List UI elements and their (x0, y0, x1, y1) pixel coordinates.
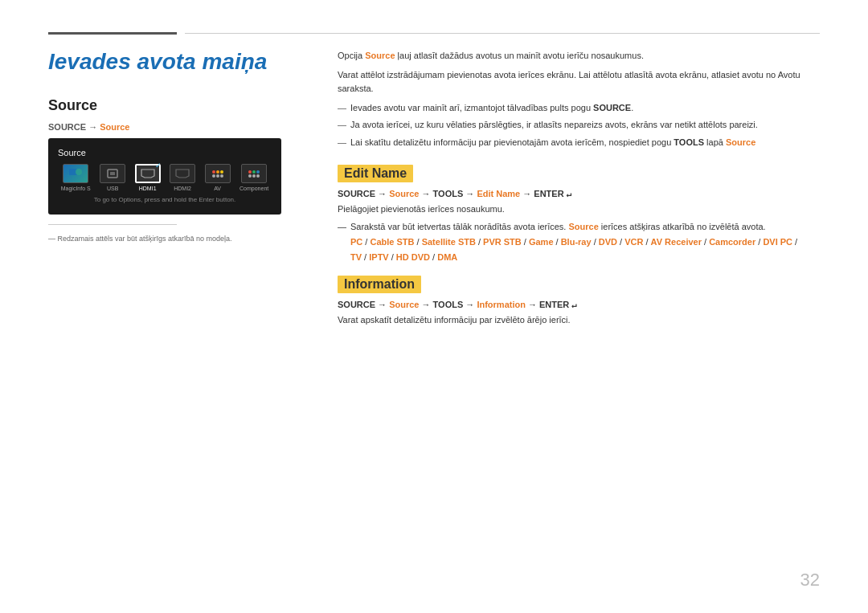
information-desc: Varat apskatīt detalizētu informāciju pa… (338, 313, 820, 328)
svg-rect-4 (110, 172, 115, 175)
footnote: Redzamais attēls var būt atšķirīgs atkar… (48, 235, 305, 243)
page-container: Ievades avota maiņa Source SOURCE → Sour… (0, 0, 868, 613)
right-column: Opcija Source ļauj atlasīt dažādus avotu… (338, 49, 820, 331)
information-heading: Information (338, 276, 421, 293)
top-line-light (185, 33, 820, 34)
device-list: Sarakstā var būt ietvertas tālāk norādīt… (338, 219, 820, 264)
left-column: Ievades avota maiņa Source SOURCE → Sour… (48, 49, 305, 331)
left-divider (48, 224, 177, 225)
icon-label-component: Component (240, 186, 268, 191)
icon-magicinfos (63, 164, 88, 183)
top-line-dark (48, 32, 177, 35)
edit-name-heading: Edit Name (338, 165, 413, 182)
top-lines (48, 32, 820, 35)
icon-label-av: AV (214, 186, 221, 191)
source-icon-hdmi2: HDMI2 (170, 164, 195, 191)
icon-label-hdmi1: HDMI1 (139, 186, 157, 191)
screen-header: Source (56, 148, 273, 157)
icon-label-usb: USB (107, 186, 118, 191)
screen-hint: To go to Options, press and hold the Ent… (56, 196, 273, 203)
source-icons-row: MagicInfo S USB (56, 164, 273, 191)
bullet-2: Ja avota ierīcei, uz kuru vēlaties pārsl… (338, 118, 820, 133)
edit-name-path: SOURCE → Source → TOOLS → Edit Name → EN… (338, 189, 820, 199)
edit-name-desc: Pielāgojiet pievienotās ierīces nosaukum… (338, 202, 820, 217)
source-path: SOURCE → Source (48, 122, 305, 132)
source-icon-av: AV (205, 164, 231, 191)
bullet-3: Lai skatītu detalizētu informāciju par p… (338, 136, 820, 150)
icon-component (241, 164, 267, 183)
source-icon-component: Component (240, 164, 268, 191)
source-icon-hdmi1: ✓ HDMI1 (135, 164, 161, 191)
information-path: SOURCE → Source → TOOLS → Information → … (338, 300, 820, 310)
main-layout: Ievades avota maiņa Source SOURCE → Sour… (48, 49, 820, 331)
source-path-bold: SOURCE (48, 122, 86, 132)
intro-line-1: Opcija Source ļauj atlasīt dažādus avotu… (338, 49, 820, 63)
source-screen: Source MagicInfo S (48, 138, 281, 215)
icon-label-magicinfos: MagicInfo S (61, 186, 91, 191)
icon-label-hdmi2: HDMI2 (174, 186, 191, 191)
icon-av (205, 164, 231, 183)
source-icon-magicinfos: MagicInfo S (61, 164, 91, 191)
source-path-orange: Source (100, 122, 129, 132)
icon-hdmi1: ✓ (135, 164, 161, 183)
intro-line-2: Varat attēlot izstrādājumam pievienotas … (338, 68, 820, 96)
source-icon-usb: USB (100, 164, 125, 191)
page-title: Ievades avota maiņa (48, 49, 305, 75)
svg-point-2 (76, 169, 82, 175)
icon-hdmi2 (170, 164, 195, 183)
page-number: 32 (800, 570, 820, 591)
section-title: Source (48, 97, 305, 114)
icon-usb (100, 164, 125, 183)
bullet-1: Ievades avotu var mainīt arī, izmantojot… (338, 101, 820, 116)
